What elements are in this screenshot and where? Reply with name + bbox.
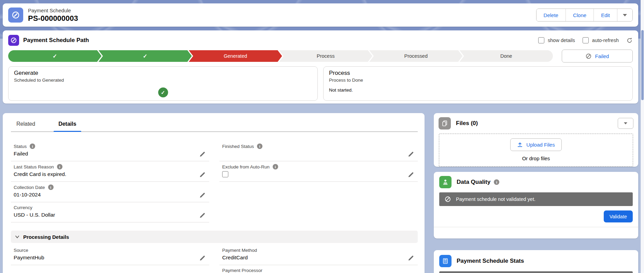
edit-icon[interactable]: [199, 151, 205, 157]
checkbox-icon[interactable]: [583, 37, 589, 43]
scrollbar-thumb[interactable]: [641, 30, 644, 100]
ban-icon: [586, 53, 591, 59]
page-title: PS-000000003: [28, 14, 78, 23]
field-value: 01-10-2024: [14, 192, 194, 199]
field-label: Exclude from Auto-Run: [222, 164, 270, 169]
path-section: Payment Schedule Path show details auto-…: [3, 30, 638, 104]
field-collection-date: Collection Date 01-10-2024: [11, 182, 209, 202]
edit-icon[interactable]: [199, 255, 205, 261]
field-value: Credit Card is expired.: [14, 171, 194, 179]
stage-label: Done: [500, 53, 512, 59]
more-actions-button[interactable]: [617, 9, 632, 21]
edit-icon[interactable]: [408, 255, 414, 261]
edit-button[interactable]: Edit: [593, 9, 617, 21]
failed-status-button[interactable]: Failed: [562, 50, 633, 63]
checkbox-icon[interactable]: [538, 37, 544, 43]
field-label: Status: [14, 144, 27, 149]
tab-details[interactable]: Details: [57, 117, 77, 132]
field-value: PaymentHub: [14, 255, 194, 262]
upload-files-button[interactable]: Upload Files: [510, 138, 561, 151]
files-card: Files (0) Upload Files Or drop files: [434, 113, 638, 167]
field-value: [222, 151, 403, 158]
stage-label: Processed: [404, 53, 428, 59]
payment-schedule-stats-card: Payment Schedule Stats Stats not calcula…: [434, 250, 638, 273]
validate-button[interactable]: Validate: [604, 210, 633, 222]
path-track-row: ✓ ✓ Generated Process Processed Done Fai…: [8, 50, 633, 63]
drop-files-label: Or drop files: [439, 155, 633, 161]
stage-label: Process: [317, 53, 334, 59]
field-label: Currency: [14, 205, 32, 210]
path-stage-scheduled[interactable]: ✓: [8, 50, 102, 62]
tab-related[interactable]: Related: [15, 117, 37, 132]
field-source: Source PaymentHub: [11, 245, 209, 265]
field-value: Failed: [14, 151, 194, 158]
info-icon[interactable]: [273, 164, 278, 169]
refresh-button[interactable]: [626, 37, 633, 44]
field-value: CreditCard: [222, 255, 403, 262]
step-status-text: Not started.: [329, 87, 627, 93]
clone-button[interactable]: Clone: [566, 9, 593, 21]
stage-label: Generated: [224, 53, 247, 59]
step-subtitle: Scheduled to Generated: [14, 78, 312, 83]
info-icon[interactable]: [30, 144, 35, 149]
step-subtitle: Process to Done: [329, 78, 627, 83]
show-details-checkbox[interactable]: show details: [538, 37, 575, 43]
vertical-scrollbar[interactable]: [641, 0, 644, 273]
field-payment-method: Payment Method CreditCard: [219, 245, 418, 265]
record-type-label: Payment Schedule: [28, 8, 78, 13]
path-stage-done[interactable]: Done: [460, 50, 553, 62]
exclude-auto-run-checkbox[interactable]: [222, 171, 228, 177]
edit-icon[interactable]: [199, 172, 205, 178]
info-icon[interactable]: [48, 185, 54, 190]
edit-icon[interactable]: [408, 172, 414, 178]
record-actions: Delete Clone Edit: [536, 9, 633, 22]
auto-refresh-checkbox[interactable]: auto-refresh: [583, 37, 619, 43]
info-icon[interactable]: [494, 179, 499, 185]
field-label: Last Status Reason: [14, 164, 54, 169]
field-label: Payment Processor: [222, 268, 262, 273]
file-dropzone[interactable]: Upload Files Or drop files: [439, 134, 633, 167]
path-stage-generate[interactable]: ✓: [99, 50, 192, 62]
step-title: Process: [329, 70, 627, 77]
field-status: Status Failed: [11, 141, 209, 161]
process-step-card: Process Process to Done Not started.: [323, 66, 633, 101]
upload-files-label: Upload Files: [526, 142, 555, 148]
edit-icon[interactable]: [199, 192, 205, 198]
detail-tabs: Related Details: [11, 117, 418, 132]
path-icon: [8, 35, 19, 46]
record-detail-panel: Related Details Status Failed Last Statu…: [3, 113, 425, 273]
files-icon: [439, 117, 451, 129]
generate-step-card: Generate Scheduled to Generated ✓: [8, 66, 318, 101]
stats-title: Payment Schedule Stats: [457, 258, 524, 264]
stats-icon: [439, 255, 452, 267]
path-stage-generated[interactable]: Generated: [189, 50, 282, 62]
field-exclude-auto-run: Exclude from Auto-Run: [219, 161, 418, 182]
failed-label: Failed: [595, 53, 609, 59]
field-label: Collection Date: [14, 185, 45, 190]
edit-icon[interactable]: [408, 151, 414, 157]
info-icon[interactable]: [57, 164, 62, 169]
chevron-down-icon: [15, 235, 19, 238]
step-complete-icon: ✓: [158, 87, 168, 97]
files-menu-button[interactable]: [618, 118, 633, 129]
field-label: Finished Status: [222, 144, 254, 149]
data-quality-card: Data Quality Payment schedule not valida…: [434, 172, 638, 238]
check-icon: ✓: [143, 53, 147, 59]
delete-button[interactable]: Delete: [536, 9, 566, 21]
field-label: Source: [14, 248, 28, 253]
field-value: USD - U.S. Dollar: [14, 212, 194, 219]
edit-icon[interactable]: [199, 213, 205, 218]
path-stage-process[interactable]: Process: [279, 50, 373, 62]
info-icon[interactable]: [257, 144, 262, 149]
auto-refresh-label: auto-refresh: [592, 38, 619, 43]
processing-details-section-header[interactable]: Processing Details: [11, 231, 418, 243]
section-title: Processing Details: [23, 234, 69, 240]
chevron-down-icon: [624, 122, 627, 124]
show-details-label: show details: [548, 38, 575, 43]
field-label: Payment Method: [222, 248, 257, 253]
record-header: Payment Schedule PS-000000003 Delete Clo…: [3, 3, 638, 27]
path-stage-processed[interactable]: Processed: [369, 50, 463, 62]
check-icon: ✓: [53, 53, 57, 59]
stats-banner: Stats not calculated yet.: [439, 271, 633, 273]
step-title: Generate: [14, 70, 312, 77]
